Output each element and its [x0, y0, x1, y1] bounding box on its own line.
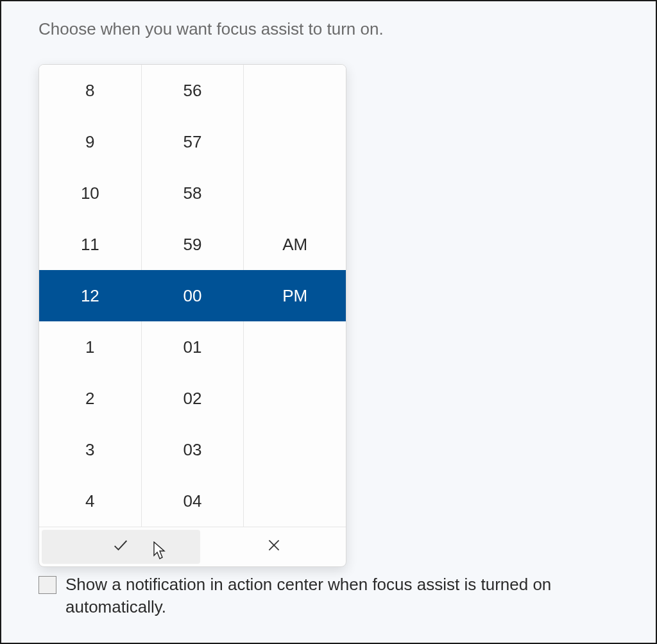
hour-option[interactable]: 12	[39, 270, 141, 321]
hour-option[interactable]: 4	[39, 475, 141, 527]
hour-option[interactable]: 11	[39, 219, 141, 270]
cancel-button[interactable]	[203, 527, 346, 566]
hour-option[interactable]: 8	[39, 65, 141, 116]
ampm-option[interactable]	[244, 65, 346, 116]
minute-option[interactable]: 56	[142, 65, 244, 116]
minute-option[interactable]: 57	[142, 116, 244, 167]
time-picker: 891011121234 565758590001020304 AMPM	[38, 64, 346, 567]
minute-option[interactable]: 59	[142, 219, 244, 270]
ampm-option[interactable]	[244, 475, 346, 527]
hour-option[interactable]: 10	[39, 167, 141, 219]
ampm-option[interactable]: AM	[244, 219, 346, 270]
minute-column[interactable]: 565758590001020304	[141, 65, 244, 527]
hour-option[interactable]: 3	[39, 424, 141, 475]
minute-option[interactable]: 02	[142, 373, 244, 424]
ampm-option[interactable]	[244, 116, 346, 167]
ampm-column[interactable]: AMPM	[243, 65, 346, 527]
close-icon	[266, 537, 282, 557]
notification-checkbox-label: Show a notification in action center whe…	[65, 573, 630, 618]
ampm-option[interactable]	[244, 167, 346, 219]
hour-column[interactable]: 891011121234	[39, 65, 141, 527]
hour-option[interactable]: 2	[39, 373, 141, 424]
ampm-option[interactable]	[244, 373, 346, 424]
ampm-option[interactable]	[244, 321, 346, 373]
minute-option[interactable]: 03	[142, 424, 244, 475]
page-heading: Choose when you want focus assist to tur…	[38, 19, 384, 39]
notification-checkbox[interactable]	[38, 576, 56, 594]
ampm-option[interactable]: PM	[244, 270, 346, 321]
ampm-option[interactable]	[244, 424, 346, 475]
hour-option[interactable]: 9	[39, 116, 141, 167]
minute-option[interactable]: 00	[142, 270, 244, 321]
check-icon	[112, 536, 130, 558]
minute-option[interactable]: 01	[142, 321, 244, 373]
confirm-button[interactable]	[42, 530, 200, 564]
minute-option[interactable]: 04	[142, 475, 244, 527]
hour-option[interactable]: 1	[39, 321, 141, 373]
minute-option[interactable]: 58	[142, 167, 244, 219]
